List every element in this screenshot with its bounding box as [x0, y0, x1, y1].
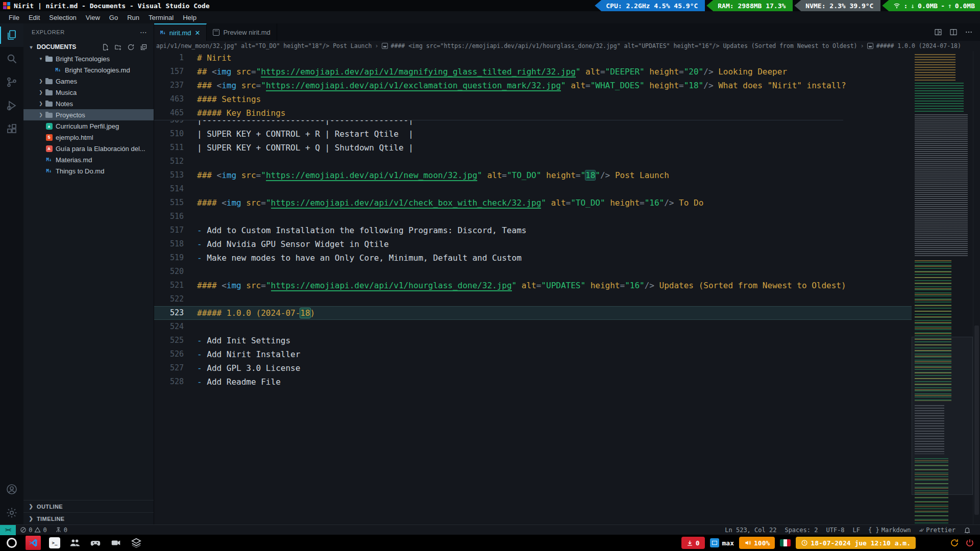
- tree-item-bright-tecnologies[interactable]: ▾Bright Tecnologies: [23, 53, 154, 64]
- menu-view[interactable]: View: [81, 13, 105, 22]
- users-icon[interactable]: [68, 536, 82, 549]
- language-mode[interactable]: { }Markdown: [864, 527, 915, 534]
- layout-indicator[interactable]: max: [710, 538, 734, 547]
- indentation[interactable]: Spaces: 2: [780, 527, 822, 534]
- close-tab-icon[interactable]: ✕: [194, 29, 200, 37]
- minimap[interactable]: [912, 51, 973, 524]
- camera-icon[interactable]: [109, 536, 122, 549]
- encoding[interactable]: UTF-8: [822, 527, 848, 534]
- code-line-526[interactable]: 526- Add Nirit Installer: [154, 347, 912, 361]
- search-icon[interactable]: [0, 47, 23, 70]
- more-actions-icon[interactable]: [965, 28, 973, 36]
- code-line-157[interactable]: 157## <img src="https://emojiapi.dev/api…: [154, 65, 843, 79]
- code-line-523[interactable]: 523##### 1.0.0 (2024-07-18): [154, 306, 912, 320]
- breadcrumb-segment[interactable]: api/v1/new_moon/32.jpg" alt="TO_DO" heig…: [156, 42, 372, 49]
- tree-item-games[interactable]: ❯Games: [23, 76, 154, 87]
- code-line-1[interactable]: 1# Nirit: [154, 51, 843, 65]
- code-line-527[interactable]: 527- Add GPL 3.0 License: [154, 361, 912, 375]
- code-line-524[interactable]: 524: [154, 320, 912, 334]
- notifications-bell-icon[interactable]: [960, 527, 975, 534]
- menu-selection[interactable]: Selection: [44, 13, 81, 22]
- scrollbar[interactable]: [973, 51, 980, 524]
- tab-preview-nirit-md[interactable]: Preview nirit.md: [207, 23, 277, 41]
- tree-item-curriculum-perfil-jpeg[interactable]: ▴Curriculum Perfil.jpeg: [23, 120, 154, 132]
- layers-icon[interactable]: [130, 536, 143, 549]
- menu-terminal[interactable]: Terminal: [144, 13, 178, 22]
- cursor-position[interactable]: Ln 523, Col 22: [721, 527, 780, 534]
- tree-item-gu-a-para-la-elaboraci-n-del[interactable]: AGuía para la Elaboración del...: [23, 143, 154, 154]
- code-line-510[interactable]: 510| SUPER KEY + CONTROL + R | Restart Q…: [154, 127, 912, 141]
- open-preview-side-icon[interactable]: [934, 28, 942, 36]
- remote-indicator[interactable]: ><: [0, 525, 16, 535]
- editor[interactable]: 509|-------------------------|----------…: [154, 51, 980, 524]
- breadcrumb-segment[interactable]: ##### 1.0.0 (2024-07-18): [876, 42, 961, 49]
- account-icon[interactable]: [0, 478, 23, 501]
- code-line-522[interactable]: 522: [154, 292, 912, 306]
- menu-help[interactable]: Help: [178, 13, 201, 22]
- tree-item-bright-tecnologies-md[interactable]: M↓Bright Tecnologies.md: [23, 64, 154, 76]
- run-debug-icon[interactable]: [0, 94, 23, 117]
- code-line-515[interactable]: 515#### <img src="https://emojiapi.dev/a…: [154, 196, 912, 210]
- code-line-512[interactable]: 512: [154, 155, 912, 168]
- refresh-icon[interactable]: [127, 43, 135, 51]
- gamepad-icon[interactable]: [89, 536, 102, 549]
- breadcrumb-segment[interactable]: #### <img src="https://emojiapi.dev/api/…: [391, 42, 857, 49]
- code-line-237[interactable]: 237### <img src="https://emojiapi.dev/ap…: [154, 79, 843, 92]
- source-control-icon[interactable]: [0, 70, 23, 94]
- scrollbar-thumb[interactable]: [974, 325, 979, 515]
- code-line-519[interactable]: 519- Make new modes to have an Only Core…: [154, 251, 912, 265]
- launcher-icon[interactable]: [5, 536, 18, 549]
- code-line-516[interactable]: 516: [154, 210, 912, 223]
- minimap-slider[interactable]: [912, 337, 973, 495]
- tab-nirit-md[interactable]: M↓ nirit.md ✕: [154, 23, 207, 41]
- tree-item-proyectos[interactable]: ❯Proyectos: [23, 109, 154, 120]
- outline-panel[interactable]: ❯ OUTLINE: [23, 500, 154, 512]
- section-documents[interactable]: ▾ DOCUMENTS: [23, 41, 154, 53]
- menu-run[interactable]: Run: [122, 13, 144, 22]
- split-editor-icon[interactable]: [949, 28, 958, 36]
- code-line-525[interactable]: 525- Add Init Settings: [154, 334, 912, 347]
- line-number: 514: [154, 182, 184, 196]
- code-line-520[interactable]: 520: [154, 265, 912, 279]
- code-line-517[interactable]: 517- Add to Custom Installation the foll…: [154, 223, 912, 237]
- power-icon[interactable]: [965, 538, 975, 548]
- code-line-528[interactable]: 528- Add Readme File: [154, 375, 912, 389]
- menu-go[interactable]: Go: [105, 13, 122, 22]
- code-line-511[interactable]: 511| SUPER KEY + CONTROL + Q | Shutdown …: [154, 141, 912, 155]
- volume-indicator[interactable]: 100%: [739, 537, 775, 549]
- code-line-513[interactable]: 513### <img src="https://emojiapi.dev/ap…: [154, 168, 912, 182]
- breadcrumb-separator: ›: [861, 42, 864, 49]
- extensions-icon[interactable]: [0, 117, 23, 141]
- tree-item-materias-md[interactable]: M↓Materias.md: [23, 154, 154, 165]
- downloads-indicator[interactable]: 0: [681, 537, 705, 549]
- clock-indicator[interactable]: 18-07-2024 jue 12:10 a.m.: [796, 537, 916, 549]
- code-line-514[interactable]: 514: [154, 182, 912, 196]
- line-number: 528: [154, 375, 184, 389]
- new-file-icon[interactable]: [102, 43, 109, 51]
- tree-item-notes[interactable]: ❯Notes: [23, 98, 154, 109]
- settings-gear-icon[interactable]: [0, 501, 23, 524]
- explorer-icon[interactable]: [0, 23, 23, 47]
- code-line-465[interactable]: 465##### Key Bindings: [154, 106, 843, 120]
- menu-edit[interactable]: Edit: [24, 13, 44, 22]
- terminal-icon[interactable]: >_: [48, 536, 61, 549]
- update-icon[interactable]: [949, 538, 960, 548]
- vscode-app-icon[interactable]: [26, 536, 41, 550]
- new-folder-icon[interactable]: [114, 43, 122, 51]
- tree-item-ejemplo-html[interactable]: 5ejemplo.html: [23, 132, 154, 143]
- problems-indicator[interactable]: 0 0: [16, 527, 51, 534]
- code-line-518[interactable]: 518- Add Nvidia GPU Sensor Widget in Qti…: [154, 237, 912, 251]
- code-line-521[interactable]: 521#### <img src="https://emojiapi.dev/a…: [154, 279, 912, 292]
- eol[interactable]: LF: [849, 527, 864, 534]
- menu-file[interactable]: File: [4, 13, 24, 22]
- radio-tower-icon: [55, 527, 62, 533]
- formatter[interactable]: ✓✓ Prettier: [915, 527, 960, 534]
- code-line-463[interactable]: 463#### Settings: [154, 92, 843, 106]
- down-arrow-icon: ↓: [911, 2, 915, 10]
- ports-indicator[interactable]: 0: [51, 527, 71, 534]
- explorer-more-actions[interactable]: ⋯: [140, 28, 148, 36]
- tree-item-things-to-do-md[interactable]: M↓Things to Do.md: [23, 165, 154, 177]
- collapse-all-icon[interactable]: [140, 43, 148, 51]
- timeline-panel[interactable]: ❯ TIMELINE: [23, 512, 154, 524]
- tree-item-musica[interactable]: ❯Musica: [23, 87, 154, 98]
